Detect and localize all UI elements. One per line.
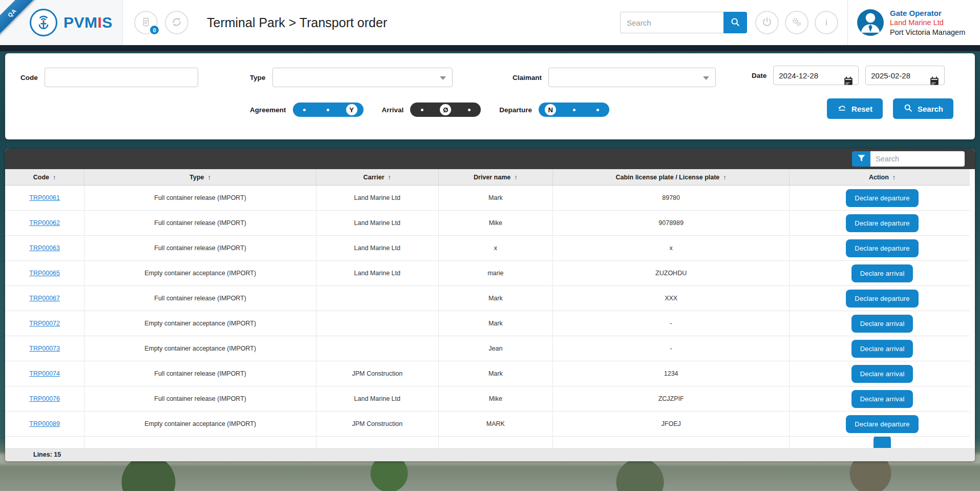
order-code-link[interactable]: TRP00065: [29, 270, 60, 277]
order-code-link[interactable]: TRP00063: [29, 244, 60, 252]
declare-action-button[interactable]: Declare arrival: [851, 390, 913, 408]
action-cell: [790, 437, 975, 448]
declare-action-button[interactable]: Declare arrival: [851, 264, 913, 282]
driver-name-cell: marie: [439, 261, 553, 285]
header-search-button[interactable]: [723, 12, 747, 33]
column-header-carrier[interactable]: Carrier↑: [316, 169, 439, 185]
driver-name-cell: Mark: [439, 286, 553, 311]
search-button-label: Search: [918, 105, 943, 113]
carrier-cell: Land Marine Ltd: [316, 211, 439, 235]
code-cell: TRP00073: [5, 336, 84, 361]
table-filter-button[interactable]: [852, 151, 870, 167]
sort-asc-icon: ↑: [892, 173, 896, 181]
order-code-link[interactable]: TRP00074: [29, 370, 60, 377]
order-code-link[interactable]: TRP00072: [29, 320, 60, 327]
declare-action-button[interactable]: Declare arrival: [851, 315, 913, 333]
order-code-link[interactable]: TRP00062: [29, 219, 60, 227]
action-cell: Declare departure: [790, 211, 975, 235]
date-label: Date: [752, 72, 766, 79]
driver-name-cell: [439, 437, 553, 448]
table-scrollbar[interactable]: [970, 169, 975, 448]
driver-name-cell: Jean: [439, 336, 553, 361]
table-row: TRP00074 Full container release (IMPORT)…: [5, 361, 975, 386]
code-cell: [5, 437, 84, 448]
departure-label: Departure: [499, 106, 532, 114]
action-cell: Declare arrival: [790, 261, 975, 285]
arrival-toggle[interactable]: Ø: [410, 103, 481, 117]
order-code-link[interactable]: TRP00061: [29, 194, 60, 201]
column-header-code[interactable]: Code↑: [5, 169, 84, 185]
table-row: TRP00063 Full container release (IMPORT)…: [5, 236, 975, 261]
claimant-label: Claimant: [513, 74, 542, 81]
type-cell: Empty container acceptance (IMPORT): [84, 412, 316, 436]
declare-action-button[interactable]: Declare arrival: [851, 365, 913, 383]
toggle-dot: [573, 109, 576, 111]
type-cell: Full container release (IMPORT): [84, 386, 316, 411]
driver-name-cell: Mike: [439, 211, 553, 235]
reset-button[interactable]: Reset: [827, 98, 883, 119]
table-row: TRP00065 Empty container acceptance (IMP…: [5, 261, 975, 286]
chevron-down-icon: [440, 76, 446, 80]
order-code-link[interactable]: TRP00089: [29, 420, 60, 427]
carrier-cell: JPM Construction: [316, 412, 439, 436]
reset-button-label: Reset: [851, 105, 872, 113]
table-toolbar: [5, 149, 975, 169]
power-icon: [761, 16, 773, 30]
date-to-input[interactable]: [865, 66, 945, 85]
table-row: TRP00072 Empty container acceptance (IMP…: [5, 311, 975, 336]
license-plate-cell: 89780: [553, 186, 790, 210]
documents-button[interactable]: 0: [134, 11, 158, 34]
action-cell: Declare departure: [790, 236, 975, 260]
column-header-driver-name[interactable]: Driver name↑: [439, 169, 553, 185]
action-cell: Declare departure: [790, 286, 975, 311]
driver-name-cell: Mark: [439, 311, 553, 336]
filter-search-button[interactable]: Search: [893, 98, 953, 119]
order-code-link[interactable]: TRP00067: [29, 295, 60, 302]
order-code-link[interactable]: TRP00073: [29, 345, 60, 352]
column-header-license-plate[interactable]: Cabin license plate / License plate↑: [553, 169, 790, 185]
carrier-cell: [316, 311, 439, 336]
order-code-link[interactable]: TRP00076: [29, 395, 60, 402]
table-row: TRP00073 Empty container acceptance (IMP…: [5, 336, 975, 361]
date-from-box: [773, 66, 859, 85]
type-cell: Full container release (IMPORT): [84, 211, 316, 235]
declare-action-button[interactable]: Declare departure: [846, 290, 918, 308]
declare-action-button[interactable]: Declare arrival: [851, 340, 913, 358]
header-search-input[interactable]: [620, 12, 723, 33]
date-from-input[interactable]: [773, 66, 859, 85]
declare-action-button[interactable]: Declare departure: [846, 415, 918, 433]
declare-action-button[interactable]: Declare departure: [846, 239, 918, 257]
departure-toggle[interactable]: N: [539, 103, 609, 117]
column-header-type[interactable]: Type↑: [84, 169, 316, 185]
declare-action-button[interactable]: [874, 437, 891, 448]
table-search-input[interactable]: [870, 151, 965, 167]
refresh-button[interactable]: [165, 11, 188, 34]
arrival-toggle-knob: Ø: [440, 104, 451, 115]
code-label: Code: [20, 74, 38, 81]
declare-action-button[interactable]: Declare departure: [846, 214, 918, 232]
type-select[interactable]: [272, 68, 453, 87]
column-header-action[interactable]: Action↑: [790, 169, 975, 185]
user-avatar[interactable]: [857, 9, 884, 36]
filter-date-group: Date: [752, 66, 945, 85]
settings-button[interactable]: [785, 11, 808, 34]
logout-button[interactable]: [755, 11, 779, 34]
code-cell: TRP00076: [5, 386, 84, 411]
table-row: TRP00089 Empty container acceptance (IMP…: [5, 412, 975, 437]
top-header: QA PVMIS: [0, 0, 980, 45]
user-company: Land Marine Ltd: [890, 18, 980, 28]
agreement-toggle-knob: Y: [346, 104, 357, 115]
action-cell: Declare arrival: [790, 311, 975, 336]
sort-asc-icon: ↑: [208, 173, 211, 181]
user-text: Gate Operator Land Marine Ltd Port Victo…: [890, 8, 980, 37]
header-icon-buttons: [755, 11, 838, 34]
table-row: TRP00061 Full container release (IMPORT)…: [5, 186, 975, 211]
agreement-toggle[interactable]: Y: [293, 103, 364, 117]
code-input[interactable]: [45, 68, 198, 87]
claimant-select[interactable]: [548, 68, 716, 87]
license-plate-cell: x: [553, 236, 790, 260]
declare-action-button[interactable]: Declare departure: [846, 189, 918, 207]
info-button[interactable]: [815, 11, 838, 34]
carrier-cell: [316, 437, 439, 448]
carrier-cell: Land Marine Ltd: [316, 186, 439, 210]
